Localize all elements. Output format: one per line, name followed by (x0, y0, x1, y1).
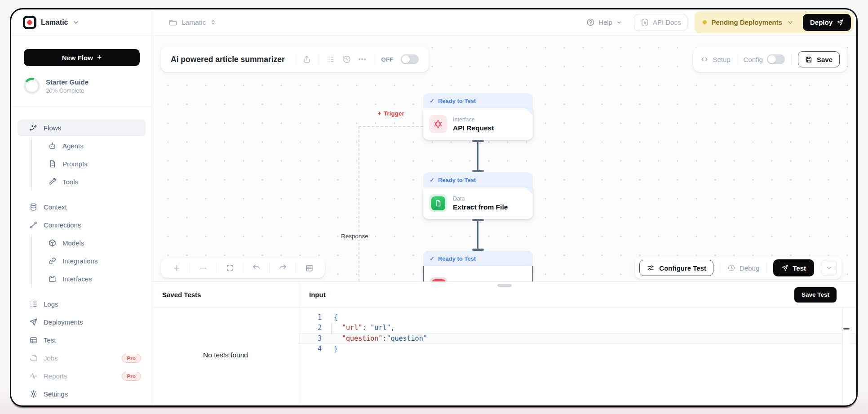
sidebar-item-deployments[interactable]: Deployments (18, 314, 146, 330)
sidebar-item-label: Models (62, 239, 84, 247)
trigger-path (359, 126, 423, 127)
pending-deployments-dropdown[interactable] (787, 19, 794, 26)
new-flow-button[interactable]: New Flow + (24, 49, 140, 66)
setup-button[interactable]: Setup (700, 55, 730, 63)
bolt-icon (377, 111, 382, 116)
flows-icon (29, 124, 38, 132)
graphql-icon (429, 115, 447, 133)
share-icon[interactable] (302, 55, 311, 64)
starter-guide[interactable]: Starter Guide 20% Complete (24, 76, 139, 96)
sidebar-item-integrations[interactable]: Integrations (32, 253, 146, 269)
test-options-button[interactable] (821, 260, 837, 276)
code-line[interactable]: 1{ (299, 312, 856, 323)
folded-corner (526, 187, 533, 195)
node-status-label: Ready to Test (438, 255, 476, 262)
api-docs-button[interactable]: API Docs (634, 14, 688, 31)
node-status-label: Ready to Test (438, 98, 476, 104)
configure-test-button[interactable]: Configure Test (639, 260, 713, 276)
flows-subgroup: Agents Prompts Tools (31, 138, 146, 190)
floppy-icon (805, 56, 813, 63)
redo-button[interactable] (270, 258, 296, 278)
sidebar-item-label: Tools (62, 178, 78, 186)
zoom-out-button[interactable] (190, 258, 216, 278)
line-number: 1 (299, 313, 322, 321)
code-line[interactable]: 2 "url": "url", (299, 323, 856, 334)
list-icon (29, 300, 38, 308)
config-toggle[interactable] (767, 54, 785, 64)
sidebar-item-reports[interactable]: Reports Pro (18, 368, 146, 384)
undo-button[interactable] (243, 258, 269, 278)
notes-table-icon[interactable] (296, 258, 322, 278)
zoom-in-button[interactable] (164, 258, 190, 278)
jobs-icon (29, 354, 38, 362)
sidebar-item-logs[interactable]: Logs (18, 296, 146, 312)
code-text: } (322, 345, 338, 353)
node-api-request[interactable]: ✓ Ready to Test Interface API Request (423, 93, 533, 140)
sidebar-item-test[interactable]: Test (18, 332, 146, 348)
sidebar-item-interfaces[interactable]: Interfaces (32, 271, 146, 287)
sidebar-item-tools[interactable]: Tools (32, 174, 146, 190)
deploy-button[interactable]: Deploy (803, 14, 851, 31)
sidebar-item-models[interactable]: Models (32, 235, 146, 251)
help-menu[interactable]: Help (586, 18, 622, 27)
api-docs-icon (641, 18, 649, 27)
wrench-icon (48, 178, 57, 186)
main-area: Trigger Response ✓ Ready to Test (152, 36, 856, 405)
brand-name: Lamatic (41, 18, 68, 27)
panel-drag-handle[interactable] (497, 284, 512, 287)
chevron-down-icon[interactable] (72, 19, 80, 26)
sidebar-item-connections[interactable]: Connections (18, 217, 146, 233)
pro-badge: Pro (122, 372, 141, 381)
debug-button[interactable]: Debug (727, 264, 759, 272)
sidebar-item-prompts[interactable]: Prompts (32, 156, 146, 172)
code-token: "url" (370, 324, 390, 332)
response-label: Response (339, 232, 370, 240)
sidebar-item-flows[interactable]: Flows (18, 120, 146, 136)
api-docs-label: API Docs (653, 18, 681, 26)
sidebar-item-label: Agents (62, 142, 84, 150)
table-icon (29, 336, 38, 344)
select-updown-icon (210, 19, 217, 26)
sidebar-nav: Flows Agents Prompts Tools (11, 107, 152, 402)
sliders-icon (647, 264, 655, 272)
json-input-editor[interactable]: 1{2 "url": "url",3 "question":"question"… (299, 308, 856, 405)
fit-view-button[interactable] (217, 258, 243, 278)
code-token: } (334, 345, 338, 353)
sidebar-item-jobs[interactable]: Jobs Pro (18, 350, 146, 366)
save-button[interactable]: Save (798, 51, 840, 67)
more-options-icon[interactable]: ••• (359, 56, 367, 63)
code-token: : (362, 324, 370, 332)
save-test-button[interactable]: Save Test (794, 287, 837, 303)
plus-icon: + (97, 53, 102, 62)
test-button[interactable]: Test (773, 259, 814, 276)
starter-guide-title: Starter Guide (46, 78, 89, 86)
flow-canvas[interactable]: Trigger Response ✓ Ready to Test (152, 36, 856, 281)
flow-off-label: OFF (381, 56, 394, 63)
sidebar-item-label: Settings (44, 390, 68, 398)
grid-list-icon[interactable] (326, 55, 335, 64)
code-line[interactable]: 4} (299, 344, 856, 355)
sidebar-item-settings[interactable]: Settings (18, 386, 146, 402)
breadcrumb[interactable]: Lamatic (168, 18, 217, 27)
flow-enable-toggle[interactable] (401, 54, 419, 64)
sidebar-item-label: Prompts (62, 160, 88, 168)
node-extract-from-file[interactable]: ✓ Ready to Test Data Extract from File (423, 172, 533, 219)
sidebar-item-label: Test (44, 336, 56, 344)
check-icon: ✓ (430, 98, 434, 104)
lamatic-logo-icon (23, 16, 36, 29)
history-icon[interactable] (342, 55, 351, 64)
nodes-link-icon (29, 221, 38, 229)
sidebar-item-agents[interactable]: Agents (32, 138, 146, 154)
code-line[interactable]: 3 "question":"question" (299, 333, 856, 344)
deploy-label: Deploy (810, 18, 833, 26)
scrollbar-thumb[interactable] (843, 328, 850, 329)
header-actions: Help API Docs Pending Deployments Deploy (586, 9, 856, 35)
ai-pen-icon (430, 277, 447, 282)
cube-icon (48, 239, 57, 247)
node-ai[interactable]: ✓ Ready to Test AI (423, 251, 533, 281)
editor-scrollbar[interactable] (842, 308, 850, 405)
workspace-switcher[interactable]: Lamatic (11, 9, 152, 35)
puzzle-icon (48, 275, 57, 283)
sidebar-item-context[interactable]: Context (18, 199, 146, 215)
test-toolbar: Configure Test Debug Test (635, 257, 841, 279)
